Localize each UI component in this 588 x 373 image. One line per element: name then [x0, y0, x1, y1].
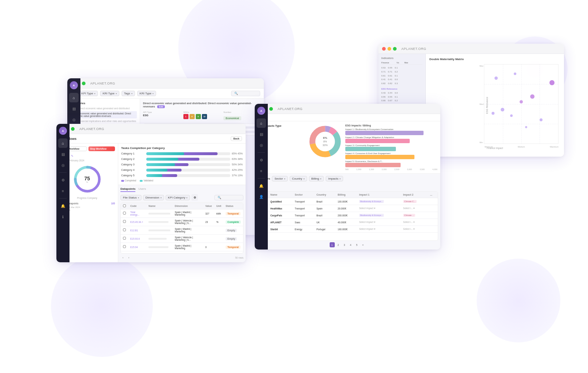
table-row: E15.93.6 Spain | Valencia | Marketing | …	[121, 235, 243, 243]
page-1[interactable]: 1	[330, 242, 335, 247]
sidebar-icon-wf-layers[interactable]: ≡	[58, 186, 68, 196]
page-2[interactable]: 2	[336, 242, 341, 247]
supplier-impact2[interactable]: Select i... ▾	[401, 226, 428, 233]
sidebar-divider-esg2	[258, 178, 265, 178]
filter-dimension[interactable]: Dimension ▾	[143, 195, 164, 200]
supplier-name: HealthMax	[268, 205, 293, 212]
sidebar-icon-esg-users[interactable]: ◎	[257, 140, 266, 150]
row-checkbox[interactable]	[123, 237, 126, 240]
filter-billing[interactable]: Billing ▾	[309, 176, 324, 181]
sidebar-icon-esg-settings[interactable]: ⚙	[257, 155, 266, 165]
sidebar-icon-wf-home[interactable]: ⌂	[58, 138, 68, 148]
filter-kpi-category[interactable]: KPI Category ▾	[166, 195, 190, 200]
close-dot[interactable]	[382, 47, 386, 51]
filter-kri-type[interactable]: KRI Type ▾	[100, 91, 119, 96]
maximize-dot[interactable]	[393, 47, 397, 51]
sidebar-icon-esg-user[interactable]: 👤	[257, 192, 266, 201]
maximize-dot[interactable]	[269, 107, 273, 111]
filter-file-status[interactable]: File Status ▾	[120, 195, 142, 200]
cat2-fill-teal	[146, 158, 178, 161]
row-checkbox[interactable]	[123, 220, 126, 223]
minimize-dot[interactable]	[388, 47, 391, 51]
pagination: ‹ ›	[120, 255, 131, 260]
supplier-impact1[interactable]: Select impact ▾	[357, 219, 401, 226]
sidebar-icon-wf-chart[interactable]: ▤	[58, 149, 68, 159]
sidebar-icon-wf-settings[interactable]: ⚙	[58, 175, 68, 185]
add-row-btn[interactable]: ＋	[257, 183, 438, 190]
page-3[interactable]: 3	[342, 242, 347, 247]
chevron-icon: ▾	[303, 177, 305, 180]
row-code: E12.B1	[128, 226, 146, 235]
kpi-app-label: APLANET.ORG	[90, 82, 115, 85]
row-status: Complete	[226, 220, 241, 224]
supplier-impact1[interactable]: Select impact ▾	[357, 205, 401, 212]
bar-legend: Completed Validated	[121, 179, 243, 182]
row-unit: %	[214, 218, 223, 226]
page-next-all[interactable]: »	[361, 242, 366, 247]
scatter-dot	[494, 76, 498, 80]
supplier-impact1[interactable]: Select impact ▾	[357, 226, 401, 233]
th-sector: Sector	[293, 192, 314, 198]
row-checkbox[interactable]	[123, 245, 126, 248]
donut-svg: 6% 8% 30%	[308, 124, 342, 159]
row-status: Empty	[226, 229, 237, 232]
filter-sector[interactable]: Sector ▾	[272, 176, 287, 181]
chevron-icon: ▾	[186, 196, 187, 199]
filter-kri-type-label: KRI Type	[103, 92, 115, 95]
cat4-fill-teal	[146, 169, 167, 172]
row-checkbox[interactable]	[123, 212, 126, 215]
sidebar-icon-wf-users[interactable]: ◎	[58, 160, 68, 170]
sidebar-icon-users[interactable]: ◎	[69, 115, 79, 124]
page-next[interactable]: ›	[126, 255, 131, 260]
th-unit: Unit	[214, 203, 223, 209]
stop-button[interactable]: Stop Workflow	[88, 146, 115, 151]
row-checkbox[interactable]	[123, 228, 126, 231]
filter-country[interactable]: Country ▾	[290, 176, 307, 181]
supplier-billing: 100.000€	[335, 198, 357, 205]
svg-text:30%: 30%	[322, 144, 327, 146]
chevron-icon: ▾	[131, 92, 132, 95]
sidebar-icon-esg-layers[interactable]: ≡	[257, 166, 266, 176]
sidebar-icon-wf-info[interactable]: ℹ	[58, 212, 68, 221]
sidebar-icon-wf-bell[interactable]: 🔔	[58, 201, 68, 211]
tab-users[interactable]: Users	[138, 187, 146, 192]
page-4[interactable]: 4	[348, 242, 353, 247]
row-code: Total energy...	[128, 209, 146, 218]
filter-kpi-type[interactable]: KPI Type ▾	[79, 91, 98, 96]
titlebar-kpi: APLANET.ORG	[67, 78, 264, 89]
filter-impacts[interactable]: Impacts ▾	[326, 176, 343, 181]
select-all-checkbox[interactable]	[123, 204, 126, 207]
page-prev[interactable]: ‹	[120, 255, 126, 260]
sidebar-icon-esg-home[interactable]: ⌂	[257, 118, 266, 128]
sidebar-icon-esg-bell[interactable]: 🔔	[257, 181, 266, 191]
supplier-impact2[interactable]: Select i... ▾	[401, 219, 428, 226]
maximize-dot[interactable]	[71, 127, 75, 131]
tab-datapoints[interactable]: Datapoints	[120, 187, 135, 192]
cat5-pct: 37% 19%	[232, 174, 243, 177]
sidebar-icon-chart[interactable]: ▤	[69, 104, 79, 113]
supplier-impact2[interactable]: Select i... ▾	[401, 205, 428, 212]
filter-kri-type2[interactable]: KRI Type ▾	[137, 91, 156, 96]
row-code: E15.94	[128, 243, 146, 251]
filter-tags[interactable]: Tags ▾	[122, 91, 135, 96]
sidebar-icon-esg-chart[interactable]: ▤	[257, 129, 266, 139]
sdgs-label: SDGs	[183, 111, 221, 113]
th-name: Name	[268, 192, 293, 198]
maximize-dot[interactable]	[82, 82, 86, 85]
edit-btn[interactable]: Edit	[157, 105, 165, 108]
kpi-search[interactable]: 🔍	[231, 91, 260, 96]
chevron-icon: ▾	[284, 177, 285, 180]
esg-chart-area: 6% 8% 30% ESG Impacts / Billing Im	[308, 124, 437, 170]
edit-icon[interactable]: ✎	[71, 154, 74, 158]
datapoints-search[interactable]: 🔍	[214, 195, 243, 200]
back-button[interactable]: Back	[231, 136, 242, 141]
row-value: 23	[203, 218, 214, 226]
filter-icon[interactable]: ⚙	[191, 194, 198, 201]
page-5[interactable]: 5	[354, 242, 359, 247]
cat3-label: Category 3	[121, 163, 145, 166]
mat-table-header: Finance Vs Mat	[381, 62, 422, 65]
legend-completed: Completed	[125, 179, 136, 182]
row-status: Temporal	[226, 212, 241, 215]
cat3-fill-teal	[146, 163, 175, 166]
sidebar-icon-home[interactable]: ⌂	[69, 93, 79, 102]
